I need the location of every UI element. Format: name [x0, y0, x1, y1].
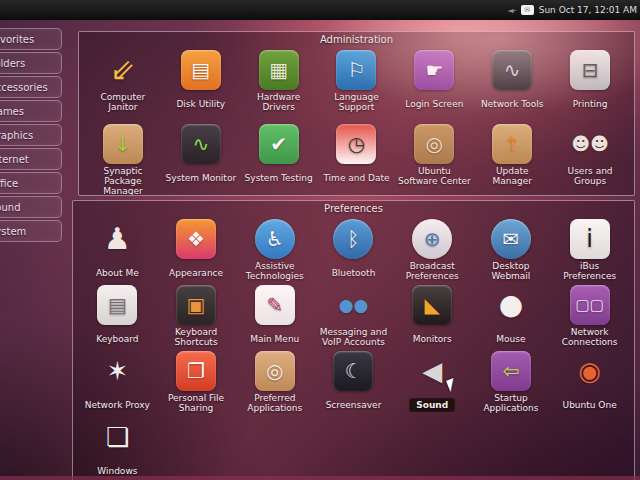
accessibility-icon: ♿: [255, 219, 295, 259]
app-item-keyboard[interactable]: ▤ Keyboard: [78, 283, 157, 349]
broadcast-bubble-icon: ⊕: [412, 219, 452, 259]
app-item-network-connections[interactable]: ▢▢ Network Connections: [550, 283, 629, 349]
app-item-label: Network Proxy: [83, 400, 152, 410]
app-item-assistive-technologies[interactable]: ♿ Assistive Technologies: [235, 217, 314, 283]
sidebar-item-favorites[interactable]: Favorites: [0, 28, 62, 50]
category-sidebar: Favorites Folders Accessories Games Grap…: [0, 28, 62, 242]
ubuntu-one-cloud-icon: ◉: [570, 351, 610, 391]
app-item-startup-applications[interactable]: ⇦ Startup Applications: [472, 349, 551, 415]
app-item-label: Windows: [95, 466, 139, 476]
login-keycard-icon: ☛: [414, 50, 454, 90]
app-item-messaging-and-voip-accounts[interactable]: ●● Messaging and VoIP Accounts: [314, 283, 393, 349]
sidebar-item-label: Internet: [0, 154, 29, 165]
desktop-screen: ◄– ✉ Sun Oct 17, 12:01 AM Favorites Fold…: [0, 0, 640, 480]
app-item-label: About Me: [94, 268, 141, 278]
app-item-monitors[interactable]: ◣ Monitors: [393, 283, 472, 349]
app-item-label: Login Screen: [403, 99, 465, 109]
app-item-label: Language Support: [318, 92, 396, 112]
app-item-label: Disk Utility: [174, 99, 227, 109]
app-item-personal-file-sharing[interactable]: ❐ Personal File Sharing: [157, 349, 236, 415]
app-item-system-monitor[interactable]: ∿ System Monitor: [162, 122, 240, 196]
app-item-keyboard-shortcuts[interactable]: ▣ Keyboard Shortcuts: [157, 283, 236, 349]
clock-indicator[interactable]: Sun Oct 17, 12:01 AM: [539, 5, 637, 15]
app-item-network-proxy[interactable]: ✶ Network Proxy: [78, 349, 157, 415]
app-item-label: Assistive Technologies: [235, 261, 314, 281]
broom-icon: ⇙: [103, 50, 143, 90]
app-item-label: Monitors: [411, 334, 454, 344]
app-item-system-testing[interactable]: ✔ System Testing: [240, 122, 318, 196]
sidebar-item-graphics[interactable]: Graphics: [0, 124, 62, 146]
circuit-board-icon: ▦: [259, 50, 299, 90]
keyboard-icon: ▤: [97, 285, 137, 325]
app-item-computer-janitor[interactable]: ⇙ Computer Janitor: [84, 48, 162, 122]
app-item-broadcast-preferences[interactable]: ⊕ Broadcast Preferences: [393, 217, 472, 283]
app-item-bluetooth[interactable]: ᛒ Bluetooth: [314, 217, 393, 283]
indicator-arrow-icon[interactable]: ◄–: [508, 6, 516, 15]
app-item-mouse[interactable]: ● Mouse: [472, 283, 551, 349]
network-screens-icon: ▢▢: [570, 285, 610, 325]
app-item-printing[interactable]: ⊟ Printing: [551, 48, 629, 122]
sidebar-item-games[interactable]: Games: [0, 100, 62, 122]
preferences-grid: ♟ About Me ❖ Appearance ♿ Assistive Tech…: [73, 217, 634, 480]
app-item-synaptic-package-manager[interactable]: ↓ Synaptic Package Manager: [84, 122, 162, 196]
app-item-label: Ubuntu One: [561, 400, 619, 410]
sidebar-item-label: Sound: [0, 202, 21, 213]
app-item-hardware-drivers[interactable]: ▦ Hardware Drivers: [240, 48, 318, 122]
app-item-label: System Monitor: [163, 173, 238, 183]
person-info-icon: ♟: [97, 219, 137, 259]
app-item-label: System Testing: [243, 173, 315, 183]
sidebar-item-internet[interactable]: Internet: [0, 148, 62, 170]
app-item-time-and-date[interactable]: ◷ Time and Date: [318, 122, 396, 196]
app-item-label: Network Tools: [479, 99, 546, 109]
mouse-icon: ●: [491, 285, 531, 325]
app-item-update-manager[interactable]: ↑ Update Manager: [473, 122, 551, 196]
sidebar-item-sound[interactable]: Sound: [0, 196, 62, 218]
app-item-label: Bluetooth: [330, 268, 378, 278]
app-item-preferred-applications[interactable]: ◎ Preferred Applications: [235, 349, 314, 415]
startup-arrow-icon: ⇦: [491, 351, 531, 391]
app-item-windows[interactable]: ❏ Windows: [78, 415, 157, 480]
app-item-main-menu[interactable]: ✎ Main Menu: [235, 283, 314, 349]
app-item-login-screen[interactable]: ☛ Login Screen: [395, 48, 473, 122]
app-item-ubuntu-software-center[interactable]: ◎ Ubuntu Software Center: [395, 122, 473, 196]
app-item-label: Hardware Drivers: [240, 92, 318, 112]
app-item-sound[interactable]: ◀ Sound: [393, 349, 472, 415]
sidebar-item-office[interactable]: Office: [0, 172, 62, 194]
sidebar-item-folders[interactable]: Folders: [0, 52, 62, 74]
software-bag-icon: ◎: [414, 124, 454, 164]
app-item-ubuntu-one[interactable]: ◉ Ubuntu One: [550, 349, 629, 415]
app-item-appearance[interactable]: ❖ Appearance: [157, 217, 236, 283]
app-item-ibus-preferences[interactable]: i iBus Preferences: [550, 217, 629, 283]
app-item-screensaver[interactable]: ☾ Screensaver: [314, 349, 393, 415]
envelope-icon: ✉: [524, 7, 530, 14]
app-item-label: Keyboard: [94, 334, 140, 344]
app-item-language-support[interactable]: ⚐ Language Support: [318, 48, 396, 122]
sidebar-item-label: Office: [0, 178, 18, 189]
users-icon: ☻☻: [570, 124, 610, 164]
hard-drive-icon: ▤: [181, 50, 221, 90]
app-item-label: Main Menu: [248, 334, 301, 344]
app-item-disk-utility[interactable]: ▤ Disk Utility: [162, 48, 240, 122]
sidebar-item-system[interactable]: System: [0, 220, 62, 242]
keyboard-shortcuts-icon: ▣: [176, 285, 216, 325]
app-item-label: Appearance: [167, 268, 225, 278]
menu-edit-pencil-icon: ✎: [255, 285, 295, 325]
info-i-icon: i: [570, 219, 610, 259]
app-item-label: Keyboard Shortcuts: [157, 327, 236, 347]
app-item-label: Preferred Applications: [235, 393, 314, 413]
webmail-globe-icon: ✉: [491, 219, 531, 259]
app-item-label: Screensaver: [324, 400, 384, 410]
section-administration: Administration ⇙ Computer Janitor ▤ Disk…: [78, 31, 635, 196]
app-item-label: Personal File Sharing: [157, 393, 236, 413]
app-item-label: Startup Applications: [472, 393, 551, 413]
top-panel: ◄– ✉ Sun Oct 17, 12:01 AM: [0, 0, 640, 20]
app-item-desktop-webmail[interactable]: ✉ Desktop Webmail: [472, 217, 551, 283]
app-item-label: iBus Preferences: [550, 261, 629, 281]
app-item-users-and-groups[interactable]: ☻☻ Users and Groups: [551, 122, 629, 196]
mail-indicator[interactable]: ✉: [521, 5, 534, 15]
chat-blobs-icon: ●●: [333, 285, 373, 325]
sidebar-item-accessories[interactable]: Accessories: [0, 76, 62, 98]
app-item-network-tools[interactable]: ∿ Network Tools: [473, 48, 551, 122]
app-item-about-me[interactable]: ♟ About Me: [78, 217, 157, 283]
speaker-icon: ◀: [412, 351, 452, 391]
